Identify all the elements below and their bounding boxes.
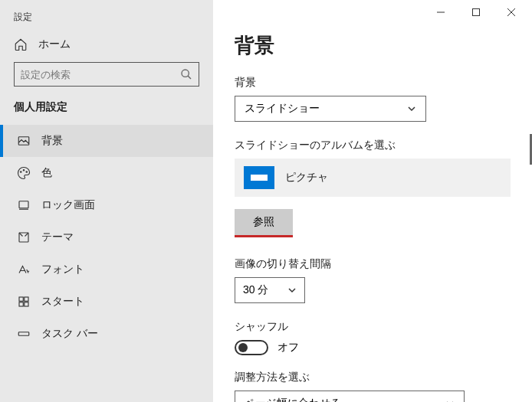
browse-button[interactable]: 参照 bbox=[235, 209, 293, 237]
nav-label: フォント bbox=[41, 263, 84, 276]
shuffle-label: シャッフル bbox=[235, 320, 511, 334]
start-icon bbox=[17, 295, 31, 309]
toggle-knob bbox=[238, 343, 248, 352]
image-icon bbox=[17, 134, 31, 148]
fit-dropdown[interactable]: ページ幅に合わせる bbox=[235, 391, 465, 402]
section-title: 個人用設定 bbox=[0, 100, 213, 125]
svg-point-4 bbox=[23, 170, 25, 172]
interval-label: 画像の切り替え間隔 bbox=[235, 257, 511, 271]
titlebar bbox=[213, 0, 532, 25]
minimize-icon bbox=[436, 8, 445, 17]
close-button[interactable] bbox=[494, 0, 529, 25]
bg-dropdown[interactable]: スライドショー bbox=[235, 96, 426, 122]
theme-icon bbox=[17, 230, 31, 244]
taskbar-icon bbox=[17, 327, 31, 341]
close-icon bbox=[507, 8, 516, 17]
chevron-down-icon bbox=[445, 399, 455, 402]
bg-label: 背景 bbox=[235, 76, 511, 90]
chevron-down-icon bbox=[407, 104, 416, 113]
search-icon bbox=[180, 68, 192, 80]
shuffle-state: オフ bbox=[277, 341, 299, 355]
sidebar: 設定 ホーム 個人用設定 背景 色 ロック画面 テーマ bbox=[0, 0, 213, 402]
palette-icon bbox=[17, 166, 31, 180]
svg-point-5 bbox=[26, 172, 28, 173]
fit-label: 調整方法を選ぶ bbox=[235, 371, 511, 384]
font-icon bbox=[17, 263, 31, 276]
folder-icon bbox=[244, 166, 274, 189]
nav-item-colors[interactable]: 色 bbox=[0, 157, 213, 189]
nav-item-lockscreen[interactable]: ロック画面 bbox=[0, 189, 213, 221]
lock-screen-icon bbox=[17, 198, 31, 212]
svg-rect-13 bbox=[18, 332, 29, 336]
nav-label: スタート bbox=[41, 295, 84, 309]
svg-point-0 bbox=[182, 70, 189, 77]
nav-label: 色 bbox=[41, 166, 52, 180]
nav-label: テーマ bbox=[41, 230, 74, 244]
nav-list: 背景 色 ロック画面 テーマ フォント スタート タスク バー bbox=[0, 125, 213, 350]
album-value: ピクチャ bbox=[285, 171, 328, 185]
svg-rect-11 bbox=[19, 302, 23, 306]
svg-rect-9 bbox=[19, 297, 23, 301]
svg-point-3 bbox=[21, 172, 22, 173]
interval-dropdown[interactable]: 30 分 bbox=[235, 277, 305, 303]
maximize-icon bbox=[471, 8, 481, 17]
chevron-down-icon bbox=[287, 286, 297, 295]
album-row[interactable]: ピクチャ bbox=[235, 159, 511, 197]
search-input[interactable] bbox=[21, 69, 180, 80]
nav-item-taskbar[interactable]: タスク バー bbox=[0, 318, 213, 350]
nav-label: ロック画面 bbox=[41, 198, 95, 212]
home-label: ホーム bbox=[38, 38, 71, 51]
svg-rect-6 bbox=[19, 201, 28, 208]
svg-rect-15 bbox=[473, 9, 480, 16]
nav-label: 背景 bbox=[41, 134, 63, 148]
minimize-button[interactable] bbox=[423, 0, 458, 25]
album-label: スライドショーのアルバムを選ぶ bbox=[235, 139, 511, 152]
fit-value: ページ幅に合わせる bbox=[245, 397, 341, 402]
page-title: 背景 bbox=[235, 32, 511, 59]
svg-rect-12 bbox=[25, 302, 28, 306]
bg-dropdown-value: スライドショー bbox=[245, 102, 320, 116]
nav-item-themes[interactable]: テーマ bbox=[0, 221, 213, 253]
nav-item-background[interactable]: 背景 bbox=[0, 125, 213, 157]
interval-value: 30 分 bbox=[243, 283, 268, 297]
nav-item-fonts[interactable]: フォント bbox=[0, 253, 213, 286]
svg-rect-10 bbox=[25, 297, 28, 301]
home-button[interactable]: ホーム bbox=[0, 24, 213, 62]
nav-item-start[interactable]: スタート bbox=[0, 286, 213, 318]
shuffle-toggle[interactable] bbox=[235, 340, 268, 355]
svg-line-1 bbox=[188, 76, 191, 79]
nav-label: タスク バー bbox=[41, 327, 98, 341]
content-area: 背景 背景 スライドショー スライドショーのアルバムを選ぶ ピクチャ 参照 画像… bbox=[213, 25, 532, 402]
home-icon bbox=[14, 38, 28, 51]
main-panel: 背景 背景 スライドショー スライドショーのアルバムを選ぶ ピクチャ 参照 画像… bbox=[213, 0, 532, 402]
maximize-button[interactable] bbox=[458, 0, 494, 25]
window-title: 設定 bbox=[0, 0, 213, 24]
search-box[interactable] bbox=[14, 62, 199, 87]
